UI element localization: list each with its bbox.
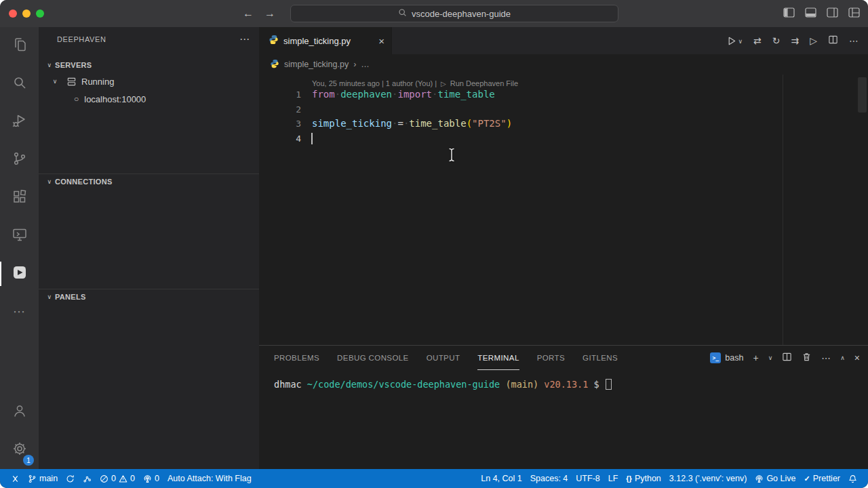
more-actions-button[interactable]: ⋯ bbox=[849, 35, 859, 46]
sidebar-item-source-control[interactable] bbox=[0, 141, 39, 179]
sidebar-item-deephaven[interactable] bbox=[0, 255, 39, 293]
close-panel-button[interactable]: × bbox=[854, 352, 860, 363]
sidebar-item-more-views[interactable]: ⋯ bbox=[0, 293, 39, 331]
sync-changes[interactable] bbox=[62, 469, 79, 488]
text-segment: time_table bbox=[437, 89, 494, 100]
tree-item-running[interactable]: ∨ Running bbox=[39, 73, 259, 90]
text-segment: from bbox=[312, 89, 335, 100]
indentation[interactable]: Spaces: 4 bbox=[526, 469, 572, 488]
panel-more-actions-button[interactable]: ⋯ bbox=[821, 352, 831, 363]
connections-section: ∨ CONNECTIONS bbox=[39, 174, 259, 189]
python-interpreter[interactable]: 3.12.3 ('.venv': venv) bbox=[665, 469, 751, 488]
servers-section-header[interactable]: ∨ SERVERS bbox=[39, 58, 259, 73]
cursor-position[interactable]: Ln 4, Col 1 bbox=[477, 469, 526, 488]
line-number[interactable]: 4 bbox=[259, 131, 301, 146]
panel-tab-terminal[interactable]: TERMINAL bbox=[477, 346, 519, 370]
code-text[interactable]: from·deephaven·import·time_table bbox=[312, 87, 495, 102]
maximize-panel-button[interactable]: ∧ bbox=[840, 354, 845, 361]
editor-scrollbar[interactable] bbox=[858, 77, 867, 113]
settings-button[interactable]: 1 bbox=[0, 431, 39, 469]
settings-badge: 1 bbox=[23, 455, 34, 466]
minimize-window-button[interactable] bbox=[22, 9, 31, 18]
language-mode[interactable]: {}Python bbox=[622, 469, 665, 488]
open-changes-button[interactable]: ⇄ bbox=[753, 35, 762, 46]
sidebar-more-actions-button[interactable]: ⋯ bbox=[239, 33, 250, 45]
tab-label: simple_ticking.py bbox=[283, 36, 351, 46]
panel-tab-ports[interactable]: PORTS bbox=[537, 346, 565, 370]
terminal-content[interactable]: dhmac ~/code/demos/vscode-deephaven-guid… bbox=[259, 370, 868, 390]
chevron-down-icon: ∨ bbox=[44, 178, 55, 185]
notifications-bell[interactable] bbox=[844, 469, 861, 488]
sidebar-item-run-debug[interactable] bbox=[0, 103, 39, 141]
gitlens-blame-link[interactable]: You, 25 minutes ago | 1 author (You) | bbox=[312, 79, 437, 87]
run-file-button[interactable]: ∨ bbox=[726, 36, 743, 46]
prettier[interactable]: ✓Prettier bbox=[800, 469, 844, 488]
run-deephaven-file-link[interactable]: Run Deephaven File bbox=[450, 79, 518, 87]
code-line[interactable]: 4 bbox=[259, 131, 868, 146]
toggle-primary-sidebar-button[interactable] bbox=[783, 7, 795, 20]
toggle-secondary-sidebar-button[interactable] bbox=[827, 7, 838, 20]
breadcrumb-file[interactable]: simple_ticking.py bbox=[284, 60, 349, 69]
editor-tab-bar: simple_ticking.py × ∨ ⇄ ↻ ⇉ ▷ ⋯ bbox=[259, 27, 868, 54]
history-back-button[interactable]: ← bbox=[243, 7, 254, 20]
git-branch[interactable]: main bbox=[24, 469, 62, 488]
run-interactive-button[interactable]: ▷ bbox=[810, 35, 817, 46]
panel-tab-problems[interactable]: PROBLEMS bbox=[274, 346, 319, 370]
split-terminal-button[interactable] bbox=[782, 352, 792, 364]
panels-section-header[interactable]: ∨ PANELS bbox=[39, 289, 259, 304]
history-forward-button[interactable]: → bbox=[264, 7, 275, 20]
code-editor[interactable]: You, 25 minutes ago | 1 author (You) | ▷… bbox=[259, 75, 868, 345]
line-number[interactable]: 2 bbox=[259, 102, 301, 117]
code-line[interactable]: 1from·deephaven·import·time_table bbox=[259, 87, 868, 102]
sidebar-item-explorer[interactable] bbox=[0, 27, 39, 65]
code-text[interactable]: simple_ticking·=·time_table("PT2S") bbox=[312, 117, 512, 131]
go-live[interactable]: Go Live bbox=[751, 469, 800, 488]
check-icon: ✓ bbox=[804, 474, 810, 483]
terminal-instance-bash[interactable]: >_ bash bbox=[710, 352, 743, 363]
activity-bar: ⋯ 1 bbox=[0, 27, 39, 469]
toggle-panel-button[interactable] bbox=[805, 7, 816, 20]
kill-terminal-button[interactable] bbox=[802, 352, 812, 364]
sidebar-title: DEEPHAVEN bbox=[57, 35, 106, 43]
sidebar-item-extensions[interactable] bbox=[0, 179, 39, 217]
launch-profile-button[interactable]: ∨ bbox=[768, 354, 773, 361]
commit-graph[interactable] bbox=[79, 469, 96, 488]
panel-tab-output[interactable]: OUTPUT bbox=[427, 346, 460, 370]
sidebar-item-search[interactable] bbox=[0, 65, 39, 103]
servers-section: ∨ SERVERS ∨ Running ○ localhost:10000 bbox=[39, 58, 259, 108]
ports-forwarded[interactable]: 0 bbox=[139, 469, 163, 488]
breadcrumb-symbol[interactable]: … bbox=[361, 60, 370, 69]
remote-indicator[interactable] bbox=[7, 469, 24, 488]
warning-icon bbox=[119, 474, 127, 483]
connections-section-header[interactable]: ∨ CONNECTIONS bbox=[39, 174, 259, 189]
tab-simple-ticking[interactable]: simple_ticking.py × bbox=[259, 27, 392, 54]
text-segment: ) bbox=[507, 118, 512, 129]
explorer-icon bbox=[12, 37, 28, 56]
customize-layout-button[interactable] bbox=[848, 7, 860, 20]
new-terminal-button[interactable]: + bbox=[753, 352, 758, 363]
chevron-down-icon: ∨ bbox=[50, 78, 60, 85]
sidebar-item-remote-explorer[interactable] bbox=[0, 217, 39, 255]
tree-item-localhost[interactable]: ○ localhost:10000 bbox=[39, 90, 259, 108]
text-segment: import bbox=[397, 89, 432, 100]
zoom-window-button[interactable] bbox=[36, 9, 44, 18]
refresh-button[interactable]: ↻ bbox=[772, 35, 781, 46]
problems[interactable]: 00 bbox=[96, 469, 139, 488]
line-number[interactable]: 1 bbox=[259, 87, 301, 102]
command-center[interactable]: vscode-deephaven-guide bbox=[290, 5, 618, 22]
close-tab-icon[interactable]: × bbox=[378, 35, 384, 47]
status-label: 3.12.3 ('.venv': venv) bbox=[669, 474, 747, 483]
split-editor-button[interactable] bbox=[828, 35, 838, 47]
panel-tab-gitlens[interactable]: GITLENS bbox=[583, 346, 618, 370]
auto-attach[interactable]: Auto Attach: With Flag bbox=[163, 469, 256, 488]
panel-tab-debug-console[interactable]: DEBUG CONSOLE bbox=[337, 346, 409, 370]
line-number[interactable]: 3 bbox=[259, 117, 301, 131]
server-status-icon: ○ bbox=[74, 94, 79, 104]
accounts-button[interactable] bbox=[0, 393, 39, 431]
code-line[interactable]: 2 bbox=[259, 102, 868, 117]
eol[interactable]: LF bbox=[604, 469, 623, 488]
encoding[interactable]: UTF-8 bbox=[572, 469, 604, 488]
code-line[interactable]: 3simple_ticking·=·time_table("PT2S") bbox=[259, 117, 868, 131]
run-all-button[interactable]: ⇉ bbox=[791, 35, 799, 46]
close-window-button[interactable] bbox=[9, 9, 17, 18]
